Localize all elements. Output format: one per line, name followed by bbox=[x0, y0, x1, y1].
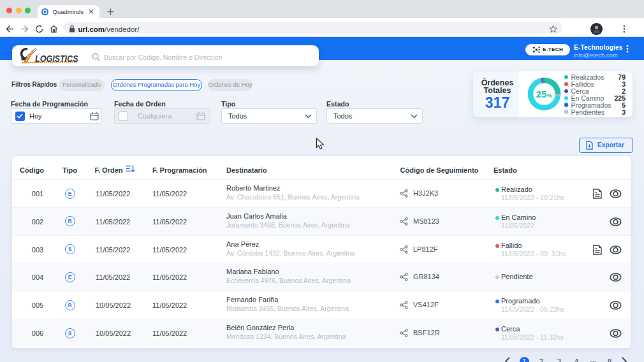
svg-text:LOGISTICS: LOGISTICS bbox=[35, 54, 78, 64]
svg-text:%: % bbox=[547, 92, 552, 99]
svg-text:25: 25 bbox=[536, 89, 547, 99]
